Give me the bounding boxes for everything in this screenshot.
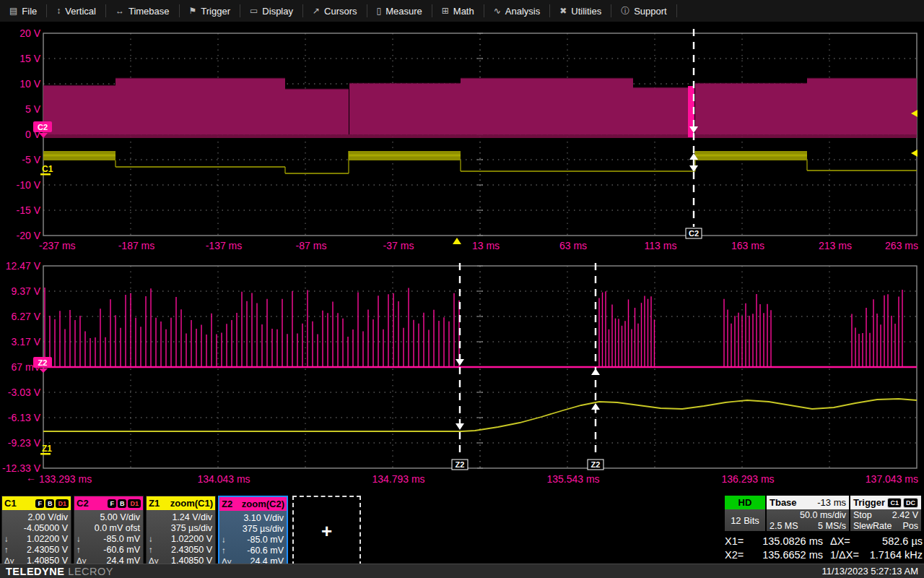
- zoom-descriptor-z1[interactable]: Z1 zoom(C1) 1.24 V/div 375 µs/div ↓1.022…: [146, 496, 216, 566]
- y-axis-label: -10 V: [17, 179, 41, 191]
- x-axis-label: -87 ms: [296, 240, 327, 251]
- x-axis-label: 134.793 ms: [372, 473, 424, 485]
- x-axis-label: 263 ms: [885, 240, 918, 251]
- c2-badge-b: B: [118, 499, 127, 508]
- y-axis-label: -6.13 V: [8, 412, 41, 423]
- channel-descriptor-c2[interactable]: C2 F B D1 5.00 V/div 0.0 mV ofst ↓-85.0 …: [74, 496, 144, 566]
- y-axis-label: -9.23 V: [8, 437, 41, 449]
- z1-cursor-high: 2.43050 V: [163, 545, 212, 555]
- z2-vdiv: 3.10 V/div: [236, 513, 284, 523]
- teledyne-lecroy-logo: TELEDYNELECROY: [6, 566, 113, 577]
- right-edge-marker: [911, 150, 918, 157]
- y-axis-label: 15 V: [19, 53, 40, 64]
- y-axis-label: -3.03 V: [8, 387, 41, 398]
- x1-cursor-arrow: [456, 359, 464, 366]
- z1-zero-marker: [40, 453, 51, 455]
- x-axis-label: 136.293 ms: [721, 473, 774, 485]
- c1-header[interactable]: C1 F B D1: [2, 496, 71, 510]
- tbase-samples: 2.5 MS: [770, 521, 798, 531]
- inv-dx-label: 1/ΔX=: [830, 549, 865, 561]
- z2-cursor-high: -60.6 mV: [236, 545, 284, 556]
- x2-cursor-arrow: [591, 403, 600, 410]
- hd-badge: HD: [725, 496, 765, 509]
- x2-label: X2=: [725, 549, 751, 561]
- channel-descriptor-c1[interactable]: C1 F B D1 2.00 V/div -4.05000 V ↓1.02200…: [1, 496, 71, 566]
- c2-offset: 0.0 mV ofst: [91, 523, 140, 533]
- add-trace-box[interactable]: +: [292, 496, 361, 566]
- c1-values: 2.00 V/div -4.05000 V ↓1.02200 V ↑2.4305…: [2, 510, 71, 566]
- x-axis-label: 163 ms: [731, 240, 764, 251]
- z1-header[interactable]: Z1 zoom(C1): [147, 496, 215, 510]
- timebase-panel[interactable]: Tbase-13 ms 50.0 ms/div 2.5 MS 5 MS/s: [767, 496, 849, 531]
- c2-header[interactable]: C2 F B D1: [74, 496, 143, 510]
- trigger-title: Trigger: [853, 497, 885, 508]
- c2-waveform: [349, 84, 461, 134]
- y-axis-label: 3.17 V: [12, 336, 41, 348]
- z1-vdiv: 1.24 V/div: [163, 512, 212, 522]
- x2-cursor-label: Z2: [591, 460, 601, 469]
- cursor-high-icon: ↑: [149, 545, 163, 554]
- cursor-low-icon: ↓: [149, 535, 163, 543]
- c1-title: C1: [4, 498, 17, 509]
- x1-cursor-arrow: [456, 423, 464, 430]
- offscreen-indicator: ←: [26, 472, 36, 483]
- inv-dx-value: 1.7164 kHz: [865, 549, 923, 561]
- c2-badge-f: F: [108, 499, 116, 508]
- tbase-delay: -13 ms: [817, 497, 846, 508]
- trigger-coupling-badge: DC: [903, 498, 918, 508]
- cursor-low-icon: ↓: [222, 535, 236, 544]
- trigger-level: 2.42 V: [892, 510, 918, 520]
- trigger-type: SlewRate: [853, 521, 892, 531]
- dx-value: 582.6 µs: [865, 535, 923, 547]
- z1-channel-tag-label: Z1: [42, 444, 52, 454]
- z1-title: Z1: [149, 498, 160, 509]
- trigger-slope: Pos: [902, 521, 918, 531]
- y-axis-label: 9.37 V: [12, 285, 41, 297]
- z1-tdiv: 375 µs/div: [163, 523, 212, 533]
- x-axis-label: 137.043 ms: [866, 473, 918, 485]
- y-axis-label: 10 V: [19, 78, 40, 90]
- c2-waveform: [285, 90, 349, 134]
- trigger-panel[interactable]: Trigger C1 DC Stop 2.42 V SlewRate Pos: [850, 496, 921, 531]
- tbase-scale: 50.0 ms/div: [767, 509, 849, 520]
- z1-subtitle: zoom(C1): [170, 498, 213, 509]
- c1-cursor-high: 2.43050 V: [19, 545, 68, 555]
- x-axis-label: -187 ms: [118, 240, 155, 251]
- y-axis-label: 6.27 V: [12, 311, 41, 322]
- c2-waveform: [116, 79, 285, 134]
- c1-zero-marker: [40, 173, 51, 176]
- z1-trace: [43, 399, 917, 431]
- cursor-low-icon: ↓: [4, 535, 19, 543]
- c1-offset: -4.05000 V: [19, 523, 68, 533]
- c2-waveform: [461, 79, 633, 134]
- hd-bits-label: 12 Bits: [725, 509, 765, 531]
- z2-values: 3.10 V/div 375 µs/div ↓-85.0 mV ↑-60.6 m…: [219, 511, 287, 566]
- zoom-descriptor-z2[interactable]: Z2 zoom(C2) 3.10 V/div 375 µs/div ↓-85.0…: [218, 496, 288, 566]
- trigger-position-marker[interactable]: [453, 238, 461, 244]
- cursor-low-icon: ↓: [77, 535, 91, 543]
- hd-panel[interactable]: HD 12 Bits: [725, 496, 765, 531]
- trigger-mode: Stop: [853, 510, 872, 520]
- c2-title: C2: [77, 498, 89, 509]
- z2-subtitle: zoom(C2): [242, 499, 284, 509]
- cursor-high-icon: ↑: [222, 546, 236, 555]
- x-axis-label: 213 ms: [819, 240, 852, 251]
- waveform-display: 20 V15 V10 V5 V0 V-5 V-10 V-15 V-20 V-23…: [0, 0, 924, 578]
- z2-channel-tag-label: Z2: [38, 358, 48, 367]
- c1-badge-d1: D1: [56, 499, 69, 508]
- z2-header[interactable]: Z2 zoom(C2): [219, 497, 287, 511]
- x-axis-label: 63 ms: [559, 240, 587, 251]
- x-axis-label: 113 ms: [645, 240, 677, 251]
- cursor-readout: X1= 135.0826 ms ΔX= 582.6 µs X2= 135.665…: [725, 534, 923, 561]
- c2-cursor-high: -60.6 mV: [91, 545, 140, 555]
- c2-vdiv: 5.00 V/div: [91, 512, 140, 522]
- c2-waveform: [695, 84, 807, 134]
- x-axis-label: 133.293 ms: [39, 473, 92, 485]
- z2-tdiv: 375 µs/div: [236, 524, 284, 534]
- x-axis-label: 135.543 ms: [546, 473, 599, 485]
- status-bar: TELEDYNELECROY 11/13/2023 5:27:13 AM: [0, 564, 924, 578]
- cursor-high-icon: ↑: [4, 545, 19, 554]
- z1-values: 1.24 V/div 375 µs/div ↓1.02200 V ↑2.4305…: [147, 510, 215, 566]
- c2-cursor-low: -85.0 mV: [91, 534, 140, 544]
- tbase-rate: 5 MS/s: [818, 521, 846, 531]
